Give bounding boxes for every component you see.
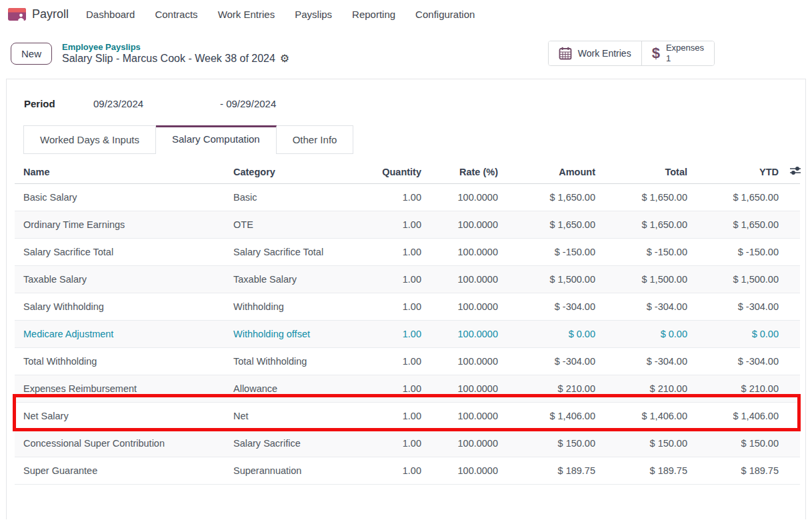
cell-name[interactable]: Taxable Salary — [15, 266, 225, 293]
cell-quantity[interactable]: 1.00 — [353, 184, 430, 211]
nav-item-contracts[interactable]: Contracts — [155, 9, 197, 20]
cell-total[interactable]: $ 1,650.00 — [604, 184, 696, 211]
app-switcher[interactable]: Payroll — [8, 7, 69, 21]
cell-amount[interactable]: $ 210.00 — [507, 375, 604, 403]
cell-quantity[interactable]: 1.00 — [353, 293, 430, 321]
cell-category[interactable]: Superannuation — [225, 457, 353, 485]
tab-worked-days-inputs[interactable]: Worked Days & Inputs — [23, 125, 156, 154]
cell-rate[interactable]: 100.0000 — [430, 403, 507, 430]
col-header-name[interactable]: Name — [15, 159, 225, 184]
cell-amount[interactable]: $ 1,500.00 — [507, 266, 604, 293]
cell-quantity[interactable]: 1.00 — [353, 348, 430, 375]
cell-total[interactable]: $ 189.75 — [604, 457, 696, 485]
cell-name[interactable]: Salary Withholding — [15, 293, 225, 321]
cell-ytd[interactable]: $ -150.00 — [696, 239, 787, 266]
col-header-total[interactable]: Total — [604, 159, 696, 184]
table-row[interactable]: Ordinary Time Earnings OTE 1.00 100.0000… — [15, 211, 800, 239]
cell-name[interactable]: Expenses Reimbursement — [15, 375, 225, 403]
cell-category[interactable]: Basic — [225, 184, 353, 211]
cell-ytd[interactable]: $ -304.00 — [696, 293, 787, 321]
table-row[interactable]: Medicare Adjustment Withholding offset 1… — [15, 321, 800, 348]
table-row[interactable]: Super Guarantee Superannuation 1.00 100.… — [15, 457, 800, 485]
cell-amount[interactable]: $ -150.00 — [507, 239, 604, 266]
cell-category[interactable]: Salary Sacrifice — [225, 430, 353, 457]
cell-total[interactable]: $ -304.00 — [604, 348, 696, 375]
optional-columns-icon[interactable] — [789, 166, 801, 175]
expenses-button[interactable]: $ Expenses 1 — [641, 41, 714, 65]
cell-rate[interactable]: 100.0000 — [430, 266, 507, 293]
cell-quantity[interactable]: 1.00 — [353, 375, 430, 403]
col-header-ytd[interactable]: YTD — [696, 159, 787, 184]
col-header-quantity[interactable]: Quantity — [353, 159, 430, 184]
cell-name[interactable]: Net Salary — [15, 403, 225, 430]
cell-rate[interactable]: 100.0000 — [430, 321, 507, 348]
cell-quantity[interactable]: 1.00 — [353, 239, 430, 266]
cell-ytd[interactable]: $ -304.00 — [696, 348, 787, 375]
new-button[interactable]: New — [11, 43, 52, 65]
cell-total[interactable]: $ 210.00 — [604, 375, 696, 403]
cell-category[interactable]: Allowance — [225, 375, 353, 403]
cell-rate[interactable]: 100.0000 — [430, 239, 507, 266]
work-entries-button[interactable]: Work Entries — [549, 41, 641, 65]
cell-name[interactable]: Salary Sacrifice Total — [15, 239, 225, 266]
cell-ytd[interactable]: $ 189.75 — [696, 457, 787, 485]
tab-salary-computation[interactable]: Salary Computation — [156, 125, 277, 154]
table-row[interactable]: Salary Withholding Withholding 1.00 100.… — [15, 293, 800, 321]
table-row[interactable]: Basic Salary Basic 1.00 100.0000 $ 1,650… — [15, 184, 800, 211]
cell-category[interactable]: Total Withholding — [225, 348, 353, 375]
cell-category[interactable]: OTE — [225, 211, 353, 239]
cell-rate[interactable]: 100.0000 — [430, 184, 507, 211]
breadcrumb-employee-payslips[interactable]: Employee Payslips — [62, 42, 289, 52]
cell-rate[interactable]: 100.0000 — [430, 211, 507, 239]
cell-ytd[interactable]: $ 210.00 — [696, 375, 787, 403]
cell-rate[interactable]: 100.0000 — [430, 375, 507, 403]
cell-ytd[interactable]: $ 1,406.00 — [696, 403, 787, 430]
cell-quantity[interactable]: 1.00 — [353, 457, 430, 485]
cell-rate[interactable]: 100.0000 — [430, 457, 507, 485]
table-row[interactable]: Expenses Reimbursement Allowance 1.00 10… — [15, 375, 800, 403]
cell-total[interactable]: $ 1,650.00 — [604, 211, 696, 239]
cell-amount[interactable]: $ 150.00 — [507, 430, 604, 457]
nav-item-dashboard[interactable]: Dashboard — [86, 9, 135, 20]
nav-item-payslips[interactable]: Payslips — [295, 9, 332, 20]
cell-quantity[interactable]: 1.00 — [353, 430, 430, 457]
cell-ytd[interactable]: $ 150.00 — [696, 430, 787, 457]
cell-rate[interactable]: 100.0000 — [430, 348, 507, 375]
cell-category[interactable]: Taxable Salary — [225, 266, 353, 293]
cell-quantity[interactable]: 1.00 — [353, 266, 430, 293]
cell-name[interactable]: Medicare Adjustment — [15, 321, 225, 348]
cell-ytd[interactable]: $ 1,500.00 — [696, 266, 787, 293]
table-row[interactable]: Total Withholding Total Withholding 1.00… — [15, 348, 800, 375]
table-row[interactable]: Taxable Salary Taxable Salary 1.00 100.0… — [15, 266, 800, 293]
cell-name[interactable]: Total Withholding — [15, 348, 225, 375]
cell-amount[interactable]: $ 1,406.00 — [507, 403, 604, 430]
cell-quantity[interactable]: 1.00 — [353, 403, 430, 430]
cell-amount[interactable]: $ 0.00 — [507, 321, 604, 348]
period-end-field[interactable]: - 09/29/2024 — [220, 98, 276, 109]
cell-total[interactable]: $ -304.00 — [604, 293, 696, 321]
col-header-amount[interactable]: Amount — [507, 159, 604, 184]
table-row[interactable]: Concessional Super Contribution Salary S… — [15, 430, 800, 457]
cell-name[interactable]: Basic Salary — [15, 184, 225, 211]
cell-ytd[interactable]: $ 1,650.00 — [696, 211, 787, 239]
cell-amount[interactable]: $ 1,650.00 — [507, 184, 604, 211]
nav-item-configuration[interactable]: Configuration — [415, 9, 475, 20]
period-start-field[interactable]: 09/23/2024 — [93, 98, 220, 109]
cell-category[interactable]: Salary Sacrifice Total — [225, 239, 353, 266]
cell-total[interactable]: $ 150.00 — [604, 430, 696, 457]
table-row[interactable]: Net Salary Net 1.00 100.0000 $ 1,406.00 … — [15, 403, 800, 430]
cell-name[interactable]: Concessional Super Contribution — [15, 430, 225, 457]
col-header-category[interactable]: Category — [225, 159, 353, 184]
col-header-rate[interactable]: Rate (%) — [430, 159, 507, 184]
cell-category[interactable]: Withholding offset — [225, 321, 353, 348]
cell-amount[interactable]: $ -304.00 — [507, 293, 604, 321]
cell-rate[interactable]: 100.0000 — [430, 430, 507, 457]
nav-item-work-entries[interactable]: Work Entries — [218, 9, 275, 20]
nav-item-reporting[interactable]: Reporting — [352, 9, 395, 20]
gear-icon[interactable]: ⚙ — [280, 53, 289, 64]
cell-category[interactable]: Withholding — [225, 293, 353, 321]
cell-rate[interactable]: 100.0000 — [430, 293, 507, 321]
cell-amount[interactable]: $ 189.75 — [507, 457, 604, 485]
cell-total[interactable]: $ 1,406.00 — [604, 403, 696, 430]
cell-quantity[interactable]: 1.00 — [353, 211, 430, 239]
